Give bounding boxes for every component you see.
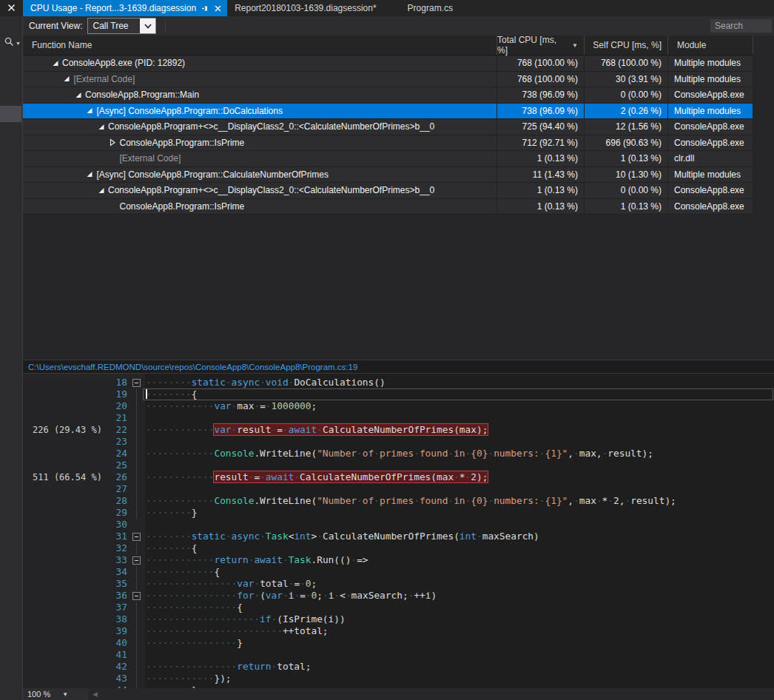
code-token: ++total;	[283, 625, 329, 636]
tab-cpu-usage-report[interactable]: CPU Usage - Report...3-1639.diagsession	[23, 0, 227, 16]
line-number: 42	[107, 661, 127, 673]
whitespace-dots: ·	[254, 578, 260, 589]
table-row[interactable]: [Async] ConsoleApp8.Program::CalculateNu…	[23, 167, 753, 184]
line-number: 26	[107, 471, 127, 483]
whitespace-dots: ············	[146, 424, 214, 435]
fold-line	[136, 448, 137, 460]
code-token: =>	[357, 554, 368, 565]
expand-collapse-icon[interactable]	[84, 107, 95, 115]
module-cell: clr.dll	[668, 151, 753, 166]
self-cpu-cell: 696 (90.63 %)	[585, 135, 668, 151]
fold-guide-line	[127, 542, 145, 554]
scroll-left-arrow-icon[interactable]: ◀	[92, 690, 98, 698]
code-text	[145, 412, 774, 424]
total-cpu-cell: 768 (100.00 %)	[497, 72, 585, 87]
fold-collapse-icon[interactable]	[127, 377, 145, 388]
fold-guide-line	[127, 637, 145, 649]
table-row[interactable]: ConsoleApp8.Program+<>c__DisplayClass2_0…	[23, 183, 753, 199]
whitespace-dots: ············	[146, 471, 214, 482]
whitespace-dots: ········	[146, 542, 192, 553]
cpu-usage-profiler-window: CPU Usage - Report...3-1639.diagsessionR…	[0, 0, 774, 700]
whitespace-dots: ·	[351, 554, 357, 565]
code-text: ························++total;	[145, 625, 774, 637]
fold-collapse-icon[interactable]	[127, 590, 145, 602]
pin-icon[interactable]	[201, 4, 209, 13]
total-cpu-cell: 1 (0.13 %)	[497, 183, 585, 198]
tab-program-cs[interactable]: Program.cs	[400, 0, 460, 16]
module-cell: Multiple modules	[668, 72, 753, 87]
column-header-total-cpu-ms[interactable]: Total CPU [ms, %]▼	[497, 36, 585, 55]
function-name: [Async] ConsoleApp8.Program::CalculateNu…	[97, 169, 329, 180]
whitespace-dots: ················	[146, 578, 237, 589]
whitespace-dots: ·	[283, 590, 289, 601]
tab-diagsession-file[interactable]: Report20180103-1639.diagsession*	[227, 0, 383, 16]
code-line: 42················return·total;	[23, 661, 774, 673]
code-text: ············});	[145, 673, 774, 684]
function-name-cell: [Async] ConsoleApp8.Program::CalculateNu…	[23, 167, 497, 183]
code-token: =	[300, 590, 306, 601]
column-header-function-name[interactable]: Function Name	[23, 36, 497, 55]
chevron-down-icon[interactable]: ▼	[16, 41, 21, 46]
expand-collapse-icon[interactable]	[84, 170, 95, 178]
column-header-module[interactable]: Module	[668, 36, 753, 55]
expand-collapse-icon[interactable]	[73, 91, 84, 99]
table-row[interactable]: ConsoleApp8.Program+<>c__DisplayClass2_0…	[23, 119, 753, 135]
whitespace-dots: ·	[306, 590, 312, 601]
table-row[interactable]: ConsoleApp8.Program::Main738 (96.09 %)0 …	[23, 87, 753, 104]
expand-collapse-icon[interactable]	[95, 123, 107, 131]
view-selector-combo[interactable]: Call Tree	[87, 18, 156, 34]
code-line: 18········static·async·void·DoCalculatio…	[23, 377, 774, 388]
line-number: 25	[107, 460, 127, 471]
code-text: ············var·max·=·1000000;	[145, 400, 774, 412]
expand-collapse-icon[interactable]	[95, 186, 107, 195]
code-token: }	[237, 637, 243, 648]
close-icon[interactable]	[215, 5, 221, 12]
code-text	[145, 436, 774, 448]
module-cell: ConsoleApp8.exe	[668, 183, 753, 198]
column-header-self-cpu-ms[interactable]: Self CPU [ms, %]	[585, 36, 668, 55]
whitespace-dots: ·	[488, 495, 494, 506]
search-icon[interactable]	[4, 36, 15, 50]
fold-collapse-icon[interactable]	[127, 531, 145, 542]
fold-line	[136, 400, 137, 412]
expand-collapse-icon[interactable]	[50, 59, 61, 67]
cpu-annotation	[23, 412, 107, 424]
table-row[interactable]: ConsoleApp8.exe (PID: 12892)768 (100.00 …	[23, 55, 753, 72]
whitespace-dots: ·	[323, 590, 329, 601]
table-row[interactable]: [External Code]768 (100.00 %)30 (3.91 %)…	[23, 72, 753, 88]
table-row[interactable]: [Async] ConsoleApp8.Program::DoCalculati…	[23, 104, 753, 120]
whitespace-dots: ········	[146, 377, 192, 388]
code-text: ········{	[145, 388, 774, 400]
combo-dropdown-button[interactable]	[140, 18, 155, 33]
whitespace-dots: ·	[374, 495, 380, 506]
module-cell: ConsoleApp8.exe	[668, 119, 753, 135]
cpu-annotation	[23, 613, 107, 625]
code-token: {	[192, 542, 198, 553]
code-editor-preview[interactable]: 18········static·async·void·DoCalculatio…	[23, 374, 774, 688]
expand-collapse-icon[interactable]	[61, 75, 73, 83]
whitespace-dots: ·	[448, 495, 454, 506]
tool-window-close-button[interactable]	[0, 0, 23, 16]
table-row[interactable]: [External Code]1 (0.13 %)1 (0.13 %)clr.d…	[23, 151, 753, 167]
fold-line	[136, 507, 137, 519]
code-text: ············result·=·await·CalculateNumb…	[145, 471, 774, 483]
table-row[interactable]: ConsoleApp8.Program::IsPrime1 (0.13 %)1 …	[23, 199, 753, 215]
fold-line	[136, 637, 137, 649]
code-token: DoCalculations()	[294, 377, 385, 388]
function-name-cell: ConsoleApp8.Program::IsPrime	[23, 199, 497, 215]
toolbar-separator	[165, 19, 166, 33]
cpu-annotation: 511 (66.54 %)	[23, 471, 107, 483]
code-token: ;	[317, 590, 323, 601]
horizontal-scrollbar[interactable]: ◀	[88, 688, 774, 700]
line-number: 36	[107, 590, 127, 602]
fold-collapse-icon[interactable]	[127, 554, 145, 566]
editor-zoom-selector[interactable]: 100 % ▼	[23, 690, 88, 699]
document-tab-bar: CPU Usage - Report...3-1639.diagsessionR…	[0, 0, 774, 16]
fold-guide-line	[127, 495, 145, 507]
code-line: 20············var·max·=·1000000;	[23, 400, 774, 412]
search-input[interactable]	[710, 19, 772, 33]
collapsed-icon[interactable]	[107, 138, 118, 147]
table-row[interactable]: ConsoleApp8.Program::IsPrime712 (92.71 %…	[23, 135, 753, 152]
code-token: result	[214, 471, 248, 482]
source-file-path-link[interactable]: C:\Users\evschaff.REDMOND\source\repos\C…	[28, 363, 357, 371]
